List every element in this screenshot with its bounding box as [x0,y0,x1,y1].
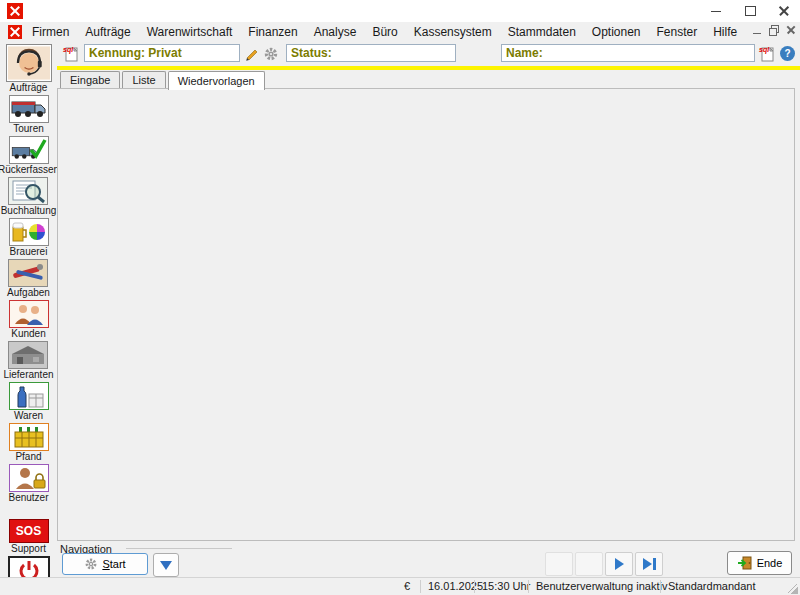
minimize-button[interactable] [700,0,732,22]
menu-warenwirtschaft[interactable]: Warenwirtschaft [145,24,235,40]
sidebar-item-buchhaltung[interactable]: Buchhaltung [1,177,57,216]
status-mandant: Standardmandant [668,580,755,592]
tab-eingabe[interactable]: Eingabe [60,71,120,88]
title-bar [0,0,800,23]
menu-analyse[interactable]: Analyse [312,24,359,40]
menu-stammdaten[interactable]: Stammdaten [506,24,578,40]
currency-indicator: € [404,580,410,592]
menu-firmen[interactable]: Firmen [30,24,71,40]
svg-text:sql: sql [759,46,770,54]
sidebar-item-support[interactable]: SOS Support [9,519,49,554]
menu-fenster[interactable]: Fenster [655,24,700,40]
truck-check-icon [9,136,49,164]
sidebar-item-lieferanten[interactable]: Lieferanten [3,341,53,380]
resize-grip[interactable] [788,584,798,594]
play-icon [643,558,652,570]
status-time: 15:30 Uhr [482,580,530,592]
nav-last-button[interactable] [635,552,663,576]
sidebar-item-aufgaben[interactable]: Aufgaben [7,259,50,298]
play-icon [615,558,624,570]
person-headset-icon [6,44,52,82]
tab-strip: Eingabe Liste Wiedervorlagen [60,71,267,89]
search-toolbar: sql sql [57,42,800,66]
status-field[interactable] [286,44,456,62]
mdi-restore-icon[interactable] [769,25,778,34]
sidebar-item-brauerei[interactable]: Brauerei [9,218,49,257]
tab-liste[interactable]: Liste [122,71,165,88]
status-bar: € 16.01.2025 15:30 Uhr Benutzerverwaltun… [0,577,800,595]
start-button[interactable]: Start [62,553,148,575]
menu-buero[interactable]: Büro [370,24,399,40]
app-logo-icon [7,3,23,19]
sidebar-item-benutzer[interactable]: Benutzer [8,464,48,503]
mdi-minimize-icon[interactable] [753,33,761,34]
sidebar-item-kunden[interactable]: Kunden [9,300,49,339]
mdi-close-icon[interactable] [786,25,795,34]
ende-button[interactable]: Ende [727,551,792,575]
crate-icon [9,423,49,451]
menu-bar: Firmen Aufträge Warenwirtschaft Finanzen… [0,22,800,42]
exit-door-icon [737,555,753,571]
nav-next-button[interactable] [605,552,633,576]
sos-icon: SOS [9,519,49,543]
truck-icon [9,95,49,123]
sidebar-item-waren[interactable]: Waren [9,382,49,421]
edit-pencil-icon[interactable] [244,46,260,62]
wiedervorlagen-page [57,88,795,541]
sidebar-item-pfand[interactable]: Pfand [9,423,49,462]
name-field[interactable] [501,44,755,62]
svg-text:sql: sql [63,46,74,54]
nav-first-button[interactable] [545,552,573,576]
maximize-button[interactable] [734,0,766,22]
mdi-window-controls [753,25,795,34]
nav-previous-button[interactable] [575,552,603,576]
help-icon[interactable] [780,46,795,61]
menu-kassensystem[interactable]: Kassensystem [412,24,494,40]
kennung-field[interactable] [84,44,240,62]
sidebar-item-touren[interactable]: Touren [9,95,49,134]
sidebar: Aufträge Touren [0,42,57,577]
gear-icon [84,557,98,571]
warehouse-photo-icon [8,341,48,369]
start-options-dropdown-button[interactable] [153,553,179,577]
bottle-box-icon [9,382,49,410]
navigation-separator [126,548,232,549]
triangle-down-icon [160,561,172,570]
people-icon [9,300,49,328]
sidebar-item-rueckerfassen[interactable]: Rückerfassen [0,136,59,175]
sql-document-icon[interactable]: sql [62,44,80,62]
menu-optionen[interactable]: Optionen [590,24,643,40]
gear-icon[interactable] [263,46,279,62]
beer-pie-chart-icon [9,218,49,246]
sql-document-icon-right[interactable]: sql [758,44,776,62]
close-button[interactable] [768,0,800,22]
tab-wiedervorlagen[interactable]: Wiedervorlagen [168,71,265,90]
magnifier-ledger-icon [8,177,48,205]
sidebar-item-auftraege[interactable]: Aufträge [6,44,52,93]
user-lock-icon [9,464,49,492]
menu-auftraege[interactable]: Aufträge [83,24,132,40]
app-logo-icon-small [8,25,22,39]
toolbar-separator [57,66,800,70]
tools-icon [8,259,48,287]
menu-finanzen[interactable]: Finanzen [246,24,299,40]
menu-hilfe[interactable]: Hilfe [711,24,739,40]
status-benutzerverwaltung: Benutzerverwaltung inaktiv [536,580,667,592]
app-window: Firmen Aufträge Warenwirtschaft Finanzen… [0,0,800,595]
